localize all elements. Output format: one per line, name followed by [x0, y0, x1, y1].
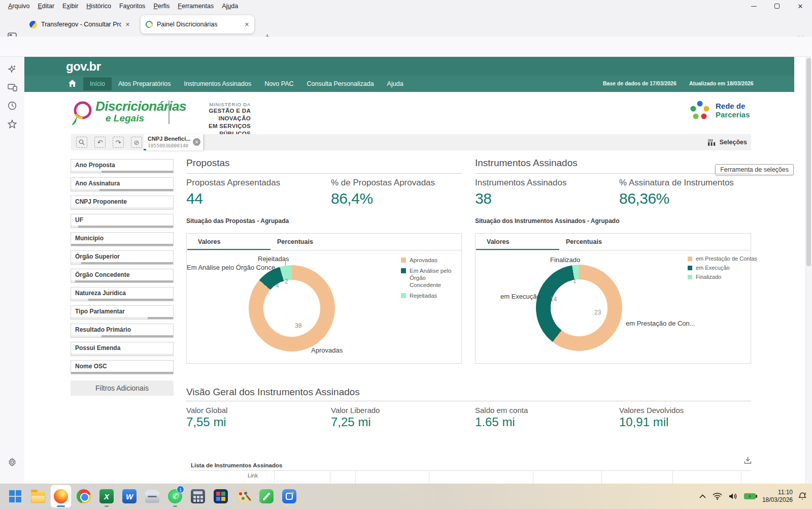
menu-editar[interactable]: Editar	[33, 2, 58, 11]
page-scrollbar[interactable]	[805, 57, 812, 484]
tab-painel-discricionarias[interactable]: Painel Discricionárias ✕	[141, 15, 254, 34]
filter-scrollbar[interactable]	[71, 226, 173, 228]
history-icon[interactable]	[7, 101, 17, 111]
taskbar-notes-icon[interactable]	[256, 485, 277, 507]
propostas-donut-chart[interactable]	[249, 265, 335, 352]
filter-município[interactable]: Município	[71, 232, 174, 246]
close-button[interactable]: ✕	[789, 0, 812, 12]
tray-chevron-icon[interactable]	[699, 494, 706, 498]
taskbar-word-icon[interactable]	[119, 485, 140, 507]
filter-scrollbar[interactable]	[71, 280, 173, 282]
tab-percentuais[interactable]: Percentuais	[566, 234, 602, 250]
label-tick	[285, 261, 286, 266]
filter-scrollbar[interactable]	[71, 207, 173, 209]
notifications-bell-icon[interactable]: z	[798, 492, 807, 501]
taskbar-whatsapp-icon[interactable]: 1	[165, 485, 185, 507]
menu-exibir[interactable]: Exibir	[58, 2, 82, 11]
filter-cnpj-proponente[interactable]: CNPJ Proponente	[71, 196, 174, 210]
smart-search-icon[interactable]	[76, 137, 87, 148]
filter-órgão-concedente[interactable]: Órgão Concedente	[71, 269, 174, 283]
battery-icon[interactable]	[744, 493, 756, 499]
nav-item-instrumentos-assinados[interactable]: Instrumentos Assinados	[177, 77, 258, 90]
maximize-button[interactable]	[765, 0, 789, 12]
additional-filters-button[interactable]: Filtros Adicionais	[71, 380, 174, 396]
filter-órgão-superior[interactable]: Órgão Superior	[71, 250, 174, 265]
nav-item-consulta-personalizada[interactable]: Consulta Personalizada	[300, 77, 381, 90]
filter-scrollbar[interactable]	[71, 354, 173, 356]
wifi-icon[interactable]	[713, 493, 722, 500]
taskbar-paint-icon[interactable]	[233, 485, 254, 507]
bookmarks-star-icon[interactable]	[7, 119, 17, 129]
instrumentos-donut-chart[interactable]	[536, 265, 622, 351]
kpi-value: 86,4%	[331, 190, 373, 207]
taskbar-excel-icon[interactable]	[96, 485, 117, 507]
menu-histórico[interactable]: Histórico	[82, 2, 115, 11]
selections-button[interactable]: Seleções	[708, 134, 747, 150]
clock[interactable]: 11:10 18/03/2026	[762, 489, 793, 504]
export-download-icon[interactable]	[744, 456, 752, 466]
legend-item[interactable]: Em Análise pelo Órgão Concedente	[401, 267, 458, 289]
tab-percentuais[interactable]: Percentuais	[277, 234, 313, 250]
home-icon[interactable]	[68, 79, 77, 89]
filter-uf[interactable]: UF	[71, 214, 174, 228]
taskbar-scanner-icon[interactable]	[142, 485, 162, 507]
volume-icon[interactable]	[729, 493, 737, 500]
taskbar-firefox-icon[interactable]	[51, 485, 71, 507]
filter-resultado-primário[interactable]: Resultado Primário	[71, 324, 174, 338]
nav-item-novo-pac[interactable]: Novo PAC	[258, 77, 300, 90]
filter-nome-osc[interactable]: Nome OSC	[71, 360, 174, 374]
filter-scrollbar[interactable]	[71, 171, 173, 173]
filter-scrollbar[interactable]	[71, 299, 173, 301]
filter-tipo-parlamentar[interactable]: Tipo Parlamentar	[71, 305, 174, 320]
scrollbar-thumb[interactable]	[806, 58, 811, 266]
taskbar-chrome-icon[interactable]	[74, 485, 94, 507]
tab-close-icon[interactable]: ✕	[245, 21, 249, 28]
filter-ano-proposta[interactable]: Ano Proposta	[71, 159, 174, 173]
tab-valores[interactable]: Valores	[198, 234, 220, 250]
redo-selection-icon[interactable]: ↷	[113, 137, 124, 148]
synced-tabs-icon[interactable]	[7, 82, 17, 92]
clear-selections-icon[interactable]: ⊘	[131, 137, 142, 148]
taskbar-photos-icon[interactable]	[279, 485, 299, 507]
menu-perfis[interactable]: Perfis	[149, 2, 174, 11]
slice-value: 38	[295, 322, 301, 329]
filter-scrollbar[interactable]	[71, 317, 173, 319]
filter-scrollbar[interactable]	[71, 244, 173, 246]
taskbar-calculator-icon[interactable]	[188, 485, 208, 507]
slice-label: em Execução	[500, 293, 540, 300]
legend-item[interactable]: Finalizado	[688, 274, 757, 280]
minimize-button[interactable]	[742, 0, 765, 12]
menu-ajuda[interactable]: Ajuda	[218, 2, 242, 11]
legend-item[interactable]: Aprovadas	[401, 257, 458, 264]
chip-remove-icon[interactable]: ✕	[193, 138, 200, 146]
taskbar-explorer-icon[interactable]	[28, 485, 48, 507]
filter-scrollbar[interactable]	[71, 372, 173, 374]
legend-item[interactable]: Rejeitadas	[401, 292, 458, 299]
govbr-logo[interactable]: gov.br	[66, 59, 101, 74]
nav-item-ajuda[interactable]: Ajuda	[381, 77, 410, 90]
taskbar-apps-grid-icon[interactable]	[211, 485, 231, 507]
legend-item[interactable]: em Execução	[688, 265, 757, 271]
legend-item[interactable]: em Prestação de Contas	[688, 256, 757, 262]
settings-gear-icon[interactable]	[7, 457, 17, 467]
menu-favoritos[interactable]: Favoritos	[115, 2, 149, 11]
selection-chip-cnpj[interactable]: CNPJ Benefici... 10550936000140 ✕	[144, 134, 203, 150]
filter-possui-emenda[interactable]: Possui Emenda	[71, 342, 174, 356]
tab-transferegov[interactable]: Transferegov - Consultar Propo ✕	[24, 15, 135, 34]
menu-ferramentas[interactable]: Ferramentas	[174, 2, 218, 11]
undo-selection-icon[interactable]: ↶	[94, 137, 106, 148]
menu-arquivo[interactable]: Arquivo	[4, 2, 33, 11]
filter-ano-assinatura[interactable]: Ano Assinatura	[71, 177, 174, 192]
tab-close-icon[interactable]: ✕	[125, 21, 130, 28]
filter-natureza-jurídica[interactable]: Natureza Jurídica	[71, 287, 174, 301]
filter-scrollbar[interactable]	[71, 189, 173, 191]
filter-scrollbar[interactable]	[71, 262, 173, 264]
tab-valores[interactable]: Valores	[487, 234, 509, 250]
ai-chat-icon[interactable]	[7, 64, 17, 74]
table-column-link[interactable]: Link	[248, 472, 258, 479]
nav-item-início[interactable]: Início	[83, 77, 112, 90]
kpi-label: Valor Liberado	[331, 406, 380, 415]
filter-scrollbar[interactable]	[71, 335, 173, 337]
nav-item-atos-preparatórios[interactable]: Atos Preparatórios	[112, 77, 178, 90]
taskbar-start-icon[interactable]	[5, 485, 25, 507]
